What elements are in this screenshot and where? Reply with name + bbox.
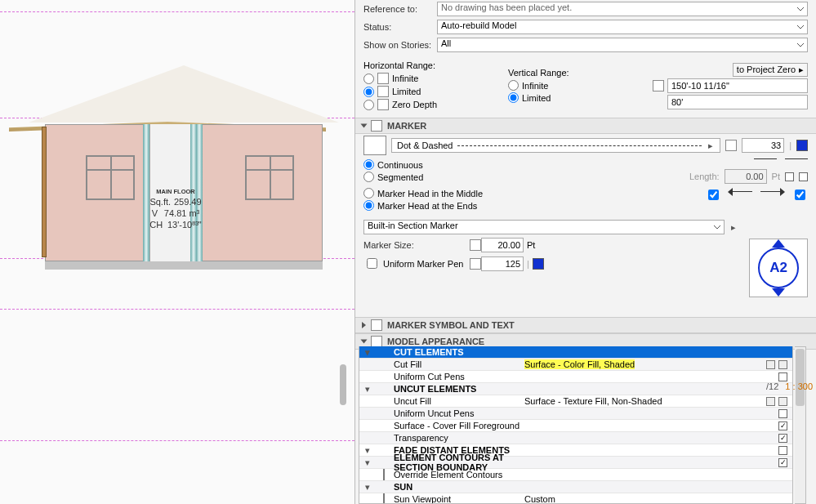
chevron-down-icon[interactable]: ▾ [359, 445, 376, 456]
vertical-range-label: Vertical Range: [508, 68, 653, 78]
vrange-bottom-input[interactable] [667, 95, 808, 109]
marker-continuous-radio[interactable]: Continuous [363, 158, 612, 171]
ma-row[interactable]: Sun ViewpointCustom [359, 493, 792, 504]
range-infinite-icon [377, 73, 389, 84]
ma-row-label: Uniform Uncut Pens [392, 408, 523, 418]
ma-row-value: Surface - Texture Fill, Non-Shaded [523, 396, 755, 406]
show-stories-dropdown[interactable]: All [437, 38, 808, 52]
model-appearance-list[interactable]: ▾CUT ELEMENTSCut FillSurface - Color Fil… [359, 346, 793, 504]
ma-row-checkbox[interactable] [778, 372, 787, 381]
ma-row-label: Uniform Cut Pens [392, 372, 523, 381]
chevron-right-icon: ▸ [799, 65, 804, 75]
uniform-pen-input[interactable] [481, 256, 524, 271]
hrange-limited-radio[interactable]: Limited [363, 85, 508, 98]
scrollbar-thumb[interactable] [796, 349, 805, 406]
story-line [0, 309, 354, 310]
ma-row-label: Uncut Fill [392, 396, 523, 406]
uniform-pen-color[interactable] [533, 258, 544, 270]
pen-weight-icon [725, 140, 737, 151]
segment-length-input [725, 169, 767, 184]
marker-section-header[interactable]: MARKER [355, 118, 816, 134]
marker-preview-symbol: A2 [758, 248, 799, 288]
range-limited-icon [377, 86, 389, 97]
marker-head-right-chk[interactable] [795, 190, 805, 200]
status-label: Status: [363, 22, 437, 32]
marker-section-icon [371, 120, 382, 132]
scrollbar-track[interactable] [795, 346, 806, 504]
status-dropdown[interactable]: Auto-rebuild Model [437, 20, 808, 34]
ma-row-label: Cut Fill [392, 359, 523, 369]
ma-row-label: UNCUT ELEMENTS [392, 384, 523, 394]
horizontal-range-label: Horizontal Range: [363, 60, 508, 70]
chevron-down-icon[interactable]: ▾ [359, 482, 376, 493]
section-settings-panel: Reference to: No drawing has been placed… [354, 0, 816, 504]
fill-option-icon[interactable] [778, 397, 787, 406]
model-appearance-icon [371, 336, 382, 347]
ma-row-label: CUT ELEMENTS [392, 347, 523, 357]
marker-head-ends-radio[interactable]: Marker Head at the Ends [363, 199, 705, 212]
ma-row-checkbox[interactable] [778, 409, 787, 418]
ma-row-label: Surface - Cover Fill Foreground [392, 421, 523, 430]
marker-line-preview-b [785, 158, 808, 167]
vrange-limited-radio[interactable]: Limited [508, 91, 653, 104]
chevron-right-icon: ▸ [707, 140, 715, 151]
ma-row-checkbox[interactable] [778, 446, 787, 455]
chevron-down-icon[interactable]: ▾ [359, 457, 376, 468]
segment-length-label: Length: [689, 172, 720, 181]
ma-row-label: SUN [392, 482, 523, 492]
ma-row[interactable]: Uniform Uncut Pens [359, 408, 792, 420]
seg-chk-a [785, 172, 794, 181]
ma-row[interactable]: Uncut FillSurface - Texture Fill, Non-Sh… [359, 395, 792, 408]
ma-row[interactable]: ▾SUN [359, 481, 792, 493]
drawing-canvas[interactable]: MAIN FLOOR Sq.ft. 259.49 V 74.81 m³ CH 1… [0, 0, 354, 504]
marker-size-input[interactable] [481, 238, 524, 252]
section-elevation: MAIN FLOOR Sq.ft. 259.49 V 74.81 m³ CH 1… [45, 65, 323, 270]
reference-to-value[interactable]: No drawing has been placed yet. [437, 2, 808, 16]
range-zerodepth-icon [377, 99, 389, 110]
hrange-infinite-radio[interactable]: Infinite [363, 72, 508, 85]
ma-row[interactable]: ▾UNCUT ELEMENTS [359, 383, 792, 395]
line-dash-preview [457, 145, 702, 146]
marker-head-left-icon [729, 191, 752, 199]
to-project-zero-button[interactable]: to Project Zero▸ [733, 63, 808, 77]
elevation-top-icon [653, 80, 664, 91]
chevron-down-icon[interactable]: ▾ [359, 384, 376, 395]
ma-row-checkbox[interactable] [778, 421, 787, 430]
ma-row[interactable]: ▾CUT ELEMENTS [359, 346, 792, 359]
ma-row[interactable]: Uniform Cut Pens [359, 371, 792, 383]
marker-head-left-chk[interactable] [708, 190, 719, 200]
marker-segmented-radio[interactable]: Segmented [363, 171, 612, 183]
ma-row[interactable]: Transparency [359, 432, 792, 444]
vrange-top-input[interactable] [667, 78, 808, 93]
row-icon [383, 469, 385, 480]
marker-pen-color[interactable] [796, 140, 808, 151]
fill-option-icon[interactable] [766, 360, 775, 369]
pen-weight-icon [470, 258, 481, 270]
ma-row[interactable]: Override Element Contours [359, 469, 792, 481]
chevron-right-icon: ▸ [729, 222, 738, 233]
ma-row[interactable]: Cut FillSurface - Color Fill, Shaded [359, 359, 792, 371]
hrange-zerodepth-radio[interactable]: Zero Depth [363, 98, 508, 111]
line-type-icon[interactable] [363, 136, 386, 155]
fill-option-icon[interactable] [778, 360, 787, 369]
ma-row-checkbox[interactable] [778, 458, 787, 467]
line-type-dropdown[interactable]: Dot & Dashed ▸ [391, 138, 720, 153]
chevron-down-icon[interactable]: ▾ [359, 347, 376, 358]
ma-row[interactable]: ▾ELEMENT CONTOURS AT SECTION BOUNDARY [359, 457, 792, 469]
fill-option-icon[interactable] [766, 397, 775, 406]
uniform-marker-pen-chk[interactable]: Uniform Marker Pen [363, 256, 470, 271]
ma-row-checkbox[interactable] [778, 434, 787, 443]
ma-row-value: Custom [523, 494, 755, 504]
ma-row[interactable]: Surface - Cover Fill Foreground [359, 420, 792, 432]
vrange-infinite-radio[interactable]: Infinite [508, 79, 653, 91]
marker-line-preview-a [754, 158, 777, 167]
scrollbar-thumb[interactable] [340, 364, 346, 405]
marker-symbol-text-header[interactable]: MARKER SYMBOL AND TEXT [355, 317, 816, 333]
marker-head-right-icon [760, 191, 783, 199]
story-line [0, 11, 354, 12]
marker-head-middle-radio[interactable]: Marker Head in the Middle [363, 187, 705, 199]
marker-pen-input[interactable] [742, 138, 784, 153]
status-footer: /12 1 : 300 [766, 381, 813, 391]
show-stories-label: Show on Stories: [363, 40, 437, 50]
marker-type-dropdown[interactable]: Built-in Section Marker [363, 220, 725, 234]
